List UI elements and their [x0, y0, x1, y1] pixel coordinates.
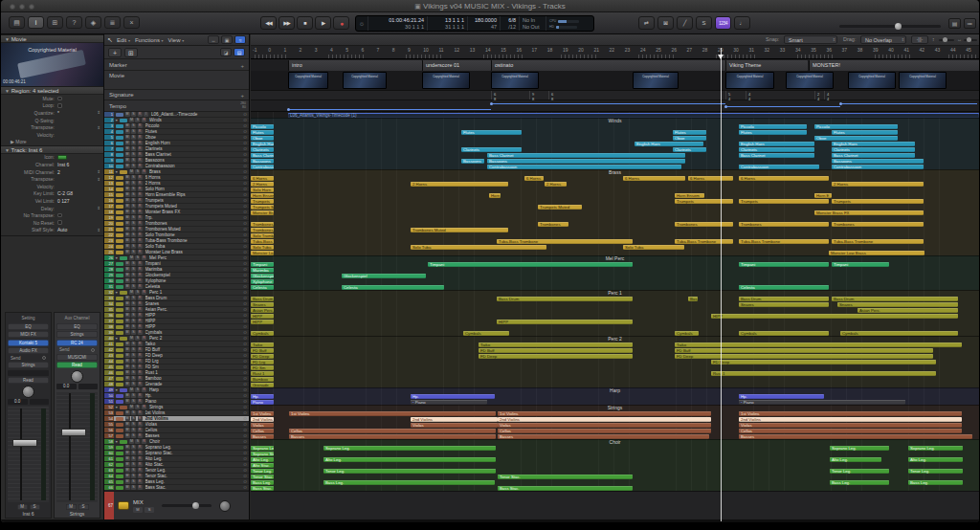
notes-icon[interactable]: ▤ [948, 18, 961, 29]
region-bass-stac-[interactable]: Bass Stac. [498, 486, 633, 491]
region-flutes[interactable]: Flutes [461, 130, 522, 135]
solo-button[interactable]: S [135, 255, 140, 260]
solo-button[interactable]: S [131, 479, 136, 484]
autopunch-button[interactable]: ⊠ [657, 16, 674, 30]
movie-frame-thumbnail[interactable]: Copyrighted Material [343, 72, 387, 89]
mute-button[interactable]: M [125, 428, 130, 432]
record-enable-button[interactable]: R [138, 152, 143, 157]
mute-button[interactable]: M [125, 227, 130, 232]
mute-button[interactable]: M [125, 146, 130, 151]
region-xylophone[interactable]: Xylophone [251, 279, 274, 284]
solo-button[interactable]: S [131, 433, 136, 438]
region-tenor-leg-[interactable]: Tenor Leg. [830, 469, 889, 474]
freeze-icon[interactable]: O [241, 181, 249, 186]
solo-button[interactable]: S [131, 451, 136, 455]
solo-button[interactable]: S [131, 382, 136, 386]
region-6-horns[interactable]: 6 Horns [739, 176, 829, 181]
region-piccolo[interactable]: Piccolo [814, 124, 898, 129]
horizontal-zoom-slider[interactable]: ↔ [964, 39, 977, 41]
region-1st-violins[interactable]: 1st Violins [739, 411, 962, 416]
snap-menu[interactable]: Smart [784, 35, 837, 44]
field-value[interactable]: C-2 G8 [57, 190, 73, 196]
region-trombones[interactable]: Trombones [675, 222, 733, 227]
region-solo-horn[interactable]: Solo Horn [251, 188, 274, 192]
region-bass-leg-[interactable]: Bass Leg. [830, 480, 889, 485]
region-solo-tuba[interactable]: Solo Tuba [411, 245, 546, 250]
region-alto-leg-[interactable]: Alto Leg. [908, 457, 963, 462]
mute-button[interactable]: M [125, 232, 130, 237]
pointer-tool-icon[interactable]: ↖ [107, 36, 113, 44]
mute-button[interactable]: M [125, 313, 130, 318]
solo-button[interactable]: S [131, 278, 136, 283]
solo-button[interactable]: S [131, 273, 136, 277]
record-enable-button[interactable]: R [138, 433, 143, 438]
solo-button[interactable]: S [131, 250, 136, 254]
mute-button[interactable]: M [125, 267, 130, 272]
signature-change[interactable]: 9 8 [529, 91, 534, 99]
tempo-node[interactable] [287, 108, 290, 111]
duplicate-track-button[interactable]: ⊞ [124, 48, 138, 57]
region-tenor-leg-[interactable]: Tenor Leg. [908, 469, 963, 474]
region-fd-deep[interactable]: FD Deep [711, 360, 936, 364]
solo-button[interactable]: S [135, 439, 140, 444]
region-timpani[interactable]: Timpani [832, 262, 889, 267]
region-cellos[interactable]: Cellos [739, 429, 962, 433]
stepper-icon[interactable]: ⇕ [97, 110, 100, 115]
solo-button[interactable]: S [131, 313, 136, 318]
record-enable-button[interactable]: R [138, 192, 143, 197]
mute-button[interactable]: M [125, 422, 130, 427]
solo-button[interactable]: S [131, 410, 136, 415]
freeze-icon[interactable]: O [241, 227, 249, 232]
solo-button[interactable]: S [131, 416, 136, 421]
region-horn[interactable]: Horn [489, 193, 501, 198]
signature-change[interactable]: 6 8 [491, 91, 496, 99]
solo-button[interactable]: S [131, 210, 136, 214]
disclosure-icon[interactable]: ▼ [115, 119, 118, 122]
solo-button[interactable]: S [131, 364, 136, 369]
region-fd-deep[interactable]: FD Deep [675, 354, 933, 359]
solo-button[interactable]: S [131, 181, 136, 186]
record-enable-button[interactable]: R [138, 244, 143, 249]
tempo-global-track[interactable]: Tempo28080 [104, 100, 249, 112]
stepper-icon[interactable]: ⇕ [97, 177, 100, 182]
input-monitor-button[interactable]: I [144, 112, 148, 117]
region-clarinets[interactable]: Clarinets [673, 147, 706, 152]
freeze-icon[interactable]: O [241, 175, 249, 180]
record-enable-button[interactable]: R [138, 123, 143, 128]
region-2nd-violins[interactable]: 2nd Violins [498, 417, 711, 422]
marker-monster-[interactable]: MONSTER! [809, 60, 979, 71]
freeze-icon[interactable]: O [241, 376, 249, 381]
signature-change[interactable]: 6 8 [548, 91, 553, 99]
lcd-display[interactable]: ☼ 01:00:46:21.24 30 1 1 1 13 1 1 1 31 1 … [355, 15, 594, 32]
mute-button[interactable]: M [125, 301, 130, 306]
field-checkbox[interactable] [57, 103, 62, 108]
freeze-icon[interactable]: O [241, 422, 249, 427]
freeze-icon[interactable]: O [241, 112, 249, 117]
record-enable-button[interactable]: R [138, 187, 143, 191]
disclosure-icon[interactable]: ▼ [115, 440, 118, 444]
record-enable-button[interactable]: R [138, 164, 143, 168]
menu-view[interactable]: View ▾ [168, 37, 185, 43]
send-slot[interactable]: Send [56, 347, 98, 352]
movie-frame-thumbnail[interactable]: Copyrighted Material [786, 72, 834, 89]
region-trombones[interactable]: Trombones [832, 222, 924, 227]
freeze-icon[interactable]: O [241, 370, 249, 375]
record-enable-button[interactable]: R [138, 382, 143, 386]
region-glockenspiel[interactable]: Glockenspiel [251, 274, 274, 278]
track-row-mix[interactable]: 67MIXMS [104, 491, 249, 519]
tempo-line-segment[interactable] [725, 106, 840, 107]
stop-button[interactable]: ■ [297, 16, 313, 30]
mute-button[interactable]: M [125, 164, 130, 168]
region-fd-buff[interactable]: FD Buff [675, 348, 933, 353]
mute-button[interactable]: M [125, 319, 130, 323]
mute-button[interactable]: M [125, 135, 130, 140]
solo-button[interactable]: S [131, 330, 136, 335]
region-violas[interactable]: Violas [739, 423, 962, 428]
region-bassoons[interactable]: Bassoons [461, 159, 484, 164]
region-oboe[interactable]: Oboe [251, 136, 274, 141]
tempo-line-segment[interactable] [288, 109, 491, 110]
stepper-icon[interactable]: ⇕ [97, 206, 100, 210]
drag-menu[interactable]: No Overlap [860, 35, 906, 44]
add-track-button[interactable]: + [108, 48, 122, 57]
region-alto-leg-[interactable]: Alto Leg. [251, 457, 274, 462]
